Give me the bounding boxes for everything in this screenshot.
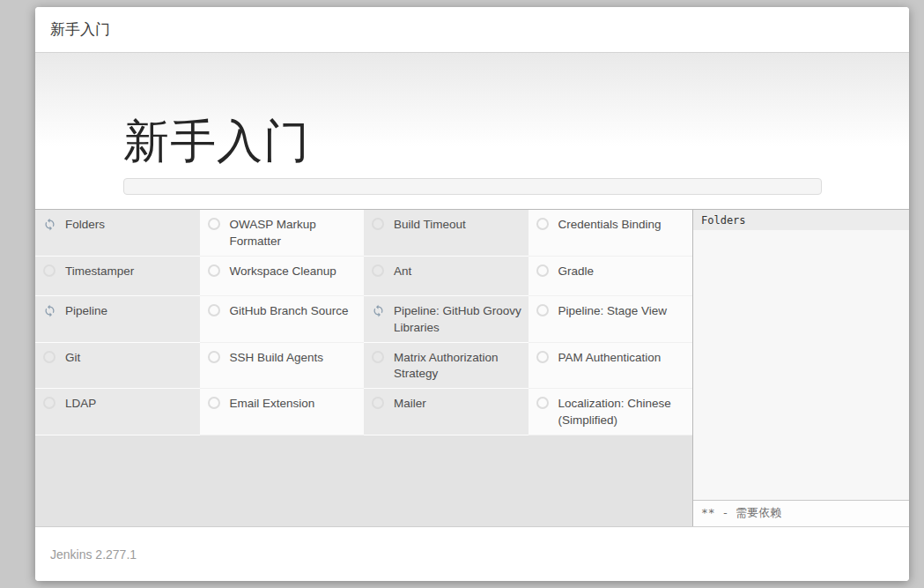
pending-circle-icon xyxy=(536,264,549,277)
plugin-label: Git xyxy=(65,350,80,367)
plugin-label: OWASP Markup Formatter xyxy=(230,217,359,250)
install-main-area: Folders OWASP Markup Formatter Build Tim… xyxy=(35,209,909,526)
plugin-status-icon-slot xyxy=(536,218,550,230)
plugin-status-icon-slot xyxy=(372,264,385,277)
plugin-status-icon-slot xyxy=(208,397,221,409)
pending-circle-icon xyxy=(208,351,220,363)
plugin-item: Workspace Cleanup xyxy=(200,257,365,296)
plugin-item: Localization: Chinese (Simplified) xyxy=(529,389,693,435)
pending-circle-icon xyxy=(536,397,549,409)
plugin-item: Build Timeout xyxy=(364,210,529,257)
plugin-label: Localization: Chinese (Simplified) xyxy=(558,396,688,429)
dependency-footnote: ** - 需要依赖 xyxy=(693,500,909,526)
plugin-label: GitHub Branch Source xyxy=(230,303,349,320)
plugin-item: SSH Build Agents xyxy=(200,343,365,390)
plugin-label: Matrix Authorization Strategy xyxy=(394,350,523,383)
plugin-grid: Folders OWASP Markup Formatter Build Tim… xyxy=(35,210,692,435)
plugin-label: Email Extension xyxy=(230,396,315,413)
plugin-item: Ant xyxy=(364,257,529,296)
plugin-item: GitHub Branch Source xyxy=(200,296,365,343)
plugin-label: Workspace Cleanup xyxy=(230,264,336,280)
plugin-item: PAM Authentication xyxy=(529,343,693,390)
plugin-item: Matrix Authorization Strategy xyxy=(364,343,529,390)
pending-circle-icon xyxy=(208,397,220,409)
plugin-label: Credentials Binding xyxy=(558,217,662,234)
window-title: 新手入门 xyxy=(50,19,110,40)
log-body xyxy=(693,230,909,500)
plugin-status-icon-slot xyxy=(43,351,56,363)
plugin-label: Folders xyxy=(65,217,105,234)
plugin-status-icon-slot xyxy=(43,304,56,317)
sync-spinner-icon xyxy=(372,304,385,317)
plugin-item: Email Extension xyxy=(200,389,365,435)
install-progress-bar xyxy=(123,178,822,195)
plugin-label: LDAP xyxy=(65,396,96,413)
plugin-label: SSH Build Agents xyxy=(230,350,324,367)
plugin-status-icon-slot xyxy=(43,264,56,277)
getting-started-hero: 新手入门 xyxy=(35,53,909,209)
plugin-status-icon-slot xyxy=(372,351,385,363)
plugin-status-icon-slot xyxy=(536,304,550,316)
plugin-status-icon-slot xyxy=(208,218,221,230)
plugin-grid-column: Folders OWASP Markup Formatter Build Tim… xyxy=(35,210,692,526)
grid-filler xyxy=(35,435,692,526)
pending-circle-icon xyxy=(536,218,549,230)
plugin-item: Pipeline: Stage View xyxy=(529,296,693,343)
plugin-status-icon-slot xyxy=(208,351,221,363)
plugin-item: Pipeline: GitHub Groovy Libraries xyxy=(364,296,529,343)
plugin-item: LDAP xyxy=(35,389,200,435)
plugin-item: Credentials Binding xyxy=(529,210,693,257)
pending-circle-icon xyxy=(208,264,220,277)
plugin-item: Timestamper xyxy=(35,257,200,296)
install-log-panel: Folders ** - 需要依赖 xyxy=(692,210,909,526)
plugin-label: Build Timeout xyxy=(394,217,466,234)
pending-circle-icon xyxy=(536,304,549,316)
plugin-label: PAM Authentication xyxy=(558,350,662,367)
plugin-status-icon-slot xyxy=(372,304,385,317)
plugin-label: Ant xyxy=(394,264,411,280)
plugin-label: Mailer xyxy=(394,396,426,413)
plugin-item: Pipeline xyxy=(35,296,200,343)
setup-wizard-window: 新手入门 新手入门 Folders OWASP Markup Formatter xyxy=(35,7,909,581)
pending-circle-icon xyxy=(43,351,55,363)
pending-circle-icon xyxy=(208,218,220,230)
pending-circle-icon xyxy=(372,218,384,230)
plugin-item: OWASP Markup Formatter xyxy=(200,210,365,257)
plugin-status-icon-slot xyxy=(536,397,550,409)
pending-circle-icon xyxy=(372,351,384,363)
plugin-status-icon-slot xyxy=(43,218,56,231)
jenkins-version-label: Jenkins 2.277.1 xyxy=(50,547,137,562)
plugin-status-icon-slot xyxy=(536,264,550,277)
plugin-status-icon-slot xyxy=(43,397,56,409)
sync-spinner-icon xyxy=(43,218,56,231)
plugin-status-icon-slot xyxy=(372,218,385,230)
pending-circle-icon xyxy=(536,351,549,363)
window-footer: Jenkins 2.277.1 xyxy=(35,526,909,581)
plugin-label: Pipeline: GitHub Groovy Libraries xyxy=(394,303,523,337)
plugin-status-icon-slot xyxy=(536,351,550,363)
plugin-item: Gradle xyxy=(529,257,693,296)
pending-circle-icon xyxy=(208,304,220,316)
page-title: 新手入门 xyxy=(123,116,310,167)
plugin-status-icon-slot xyxy=(372,397,385,409)
sync-spinner-icon xyxy=(43,304,56,317)
pending-circle-icon xyxy=(43,264,55,277)
plugin-label: Timestamper xyxy=(65,264,134,280)
plugin-item: Git xyxy=(35,343,200,390)
plugin-status-icon-slot xyxy=(208,304,221,316)
plugin-label: Pipeline xyxy=(65,303,107,320)
window-header: 新手入门 xyxy=(35,7,909,53)
plugin-item: Folders xyxy=(35,210,200,257)
log-current-plugin: Folders xyxy=(693,210,909,230)
plugin-item: Mailer xyxy=(364,389,529,435)
plugin-label: Pipeline: Stage View xyxy=(558,303,668,320)
plugin-status-icon-slot xyxy=(208,264,221,277)
plugin-label: Gradle xyxy=(558,264,595,280)
pending-circle-icon xyxy=(43,397,55,409)
pending-circle-icon xyxy=(372,264,384,277)
pending-circle-icon xyxy=(372,397,384,409)
